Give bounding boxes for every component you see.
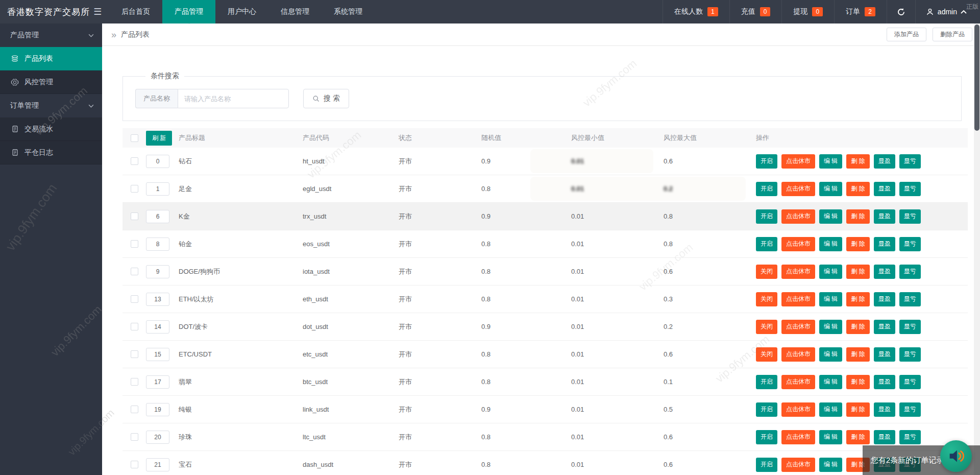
row-checkbox[interactable]	[131, 185, 138, 193]
show-loss-button[interactable]: 显亏	[899, 154, 921, 169]
nav-item[interactable]: 后台首页	[109, 0, 162, 23]
edit-button[interactable]: 编 辑	[819, 458, 842, 472]
show-profit-button[interactable]: 显盈	[874, 182, 895, 196]
edit-button[interactable]: 编 辑	[819, 237, 842, 251]
close-market-button[interactable]: 点击休市	[781, 209, 815, 224]
delete-button[interactable]: 删 除	[846, 320, 869, 334]
show-profit-button[interactable]: 显盈	[874, 347, 895, 362]
row-checkbox[interactable]	[131, 295, 138, 303]
row-checkbox[interactable]	[131, 323, 138, 330]
search-button[interactable]: 搜 索	[303, 89, 349, 108]
sort-id-input[interactable]	[146, 348, 169, 361]
nav-item[interactable]: 信息管理	[268, 0, 322, 23]
delete-button[interactable]: 删 除	[846, 292, 869, 306]
refresh-icon[interactable]	[887, 0, 915, 23]
show-profit-button[interactable]: 显盈	[874, 237, 895, 251]
delete-button[interactable]: 删 除	[846, 154, 869, 169]
toggle-market-button[interactable]: 开启	[756, 182, 777, 196]
sort-id-input[interactable]	[146, 431, 169, 444]
sidebar-item-平仓日志[interactable]: 平仓日志	[0, 141, 102, 164]
close-market-button[interactable]: 点击休市	[781, 402, 815, 417]
sort-id-input[interactable]	[146, 210, 169, 223]
edit-button[interactable]: 编 辑	[819, 402, 842, 417]
delete-button[interactable]: 删 除	[846, 209, 869, 224]
close-market-button[interactable]: 点击休市	[781, 237, 815, 251]
user-menu[interactable]: admin	[915, 0, 980, 23]
show-loss-button[interactable]: 显亏	[899, 375, 921, 389]
edit-button[interactable]: 编 辑	[819, 182, 842, 196]
stat-item[interactable]: 订单2	[834, 0, 887, 23]
show-loss-button[interactable]: 显亏	[899, 402, 921, 417]
toggle-market-button[interactable]: 关闭	[756, 265, 777, 279]
edit-button[interactable]: 编 辑	[819, 154, 842, 169]
sort-id-input[interactable]	[146, 293, 169, 306]
row-checkbox[interactable]	[131, 378, 138, 386]
show-loss-button[interactable]: 显亏	[899, 320, 921, 334]
row-checkbox[interactable]	[131, 461, 138, 468]
stat-item[interactable]: 提现0	[781, 0, 834, 23]
close-market-button[interactable]: 点击休市	[781, 320, 815, 334]
edit-button[interactable]: 编 辑	[819, 430, 842, 444]
toggle-market-button[interactable]: 开启	[756, 209, 777, 224]
close-market-button[interactable]: 点击休市	[781, 347, 815, 362]
show-profit-button[interactable]: 显盈	[874, 265, 895, 279]
sort-id-input[interactable]	[146, 238, 169, 251]
sidebar-group-产品管理[interactable]: 产品管理	[0, 23, 102, 47]
sort-id-input[interactable]	[146, 182, 169, 196]
sort-id-input[interactable]	[146, 265, 169, 278]
delete-button[interactable]: 删 除	[846, 182, 869, 196]
delete-button[interactable]: 删 除	[846, 402, 869, 417]
scrollbar-thumb[interactable]	[974, 25, 979, 131]
toggle-market-button[interactable]: 开启	[756, 458, 777, 472]
nav-item[interactable]: 产品管理	[162, 0, 215, 23]
select-all-checkbox[interactable]	[131, 134, 138, 142]
page-scrollbar[interactable]	[974, 23, 980, 475]
notification-speaker-button[interactable]	[940, 440, 972, 472]
row-checkbox[interactable]	[131, 406, 138, 413]
toggle-market-button[interactable]: 关闭	[756, 347, 777, 362]
product-name-input[interactable]	[178, 89, 289, 108]
delete-button[interactable]: 删 除	[846, 347, 869, 362]
row-checkbox[interactable]	[131, 268, 138, 275]
close-market-button[interactable]: 点击休市	[781, 182, 815, 196]
sidebar-item-风控管理[interactable]: 风控管理	[0, 70, 102, 94]
show-profit-button[interactable]: 显盈	[874, 154, 895, 169]
delete-button[interactable]: 删 除	[846, 265, 869, 279]
edit-button[interactable]: 编 辑	[819, 292, 842, 306]
sidebar-group-订单管理[interactable]: 订单管理	[0, 94, 102, 117]
toggle-market-button[interactable]: 开启	[756, 154, 777, 169]
delete-button[interactable]: 删 除	[846, 430, 869, 444]
toggle-market-button[interactable]: 开启	[756, 430, 777, 444]
edit-button[interactable]: 编 辑	[819, 375, 842, 389]
row-checkbox[interactable]	[131, 212, 138, 220]
toggle-market-button[interactable]: 关闭	[756, 320, 777, 334]
show-profit-button[interactable]: 显盈	[874, 292, 895, 306]
sidebar-item-交易流水[interactable]: 交易流水	[0, 117, 102, 141]
sort-id-input[interactable]	[146, 155, 169, 168]
close-market-button[interactable]: 点击休市	[781, 458, 815, 472]
nav-item[interactable]: 用户中心	[215, 0, 268, 23]
sidebar-item-产品列表[interactable]: 产品列表	[0, 47, 102, 70]
show-profit-button[interactable]: 显盈	[874, 320, 895, 334]
nav-item[interactable]: 系统管理	[322, 0, 375, 23]
show-loss-button[interactable]: 显亏	[899, 347, 921, 362]
show-loss-button[interactable]: 显亏	[899, 209, 921, 224]
show-loss-button[interactable]: 显亏	[899, 182, 921, 196]
close-market-button[interactable]: 点击休市	[781, 430, 815, 444]
sort-id-input[interactable]	[146, 458, 169, 471]
edit-button[interactable]: 编 辑	[819, 209, 842, 224]
show-loss-button[interactable]: 显亏	[899, 237, 921, 251]
close-market-button[interactable]: 点击休市	[781, 154, 815, 169]
close-market-button[interactable]: 点击休市	[781, 375, 815, 389]
sort-id-input[interactable]	[146, 320, 169, 334]
sort-id-input[interactable]	[146, 375, 169, 389]
menu-toggle-icon[interactable]: ☰	[86, 0, 109, 23]
show-loss-button[interactable]: 显亏	[899, 430, 921, 444]
edit-button[interactable]: 编 辑	[819, 265, 842, 279]
toggle-market-button[interactable]: 开启	[756, 237, 777, 251]
stat-item[interactable]: 充值0	[729, 0, 782, 23]
edit-button[interactable]: 编 辑	[819, 347, 842, 362]
row-checkbox[interactable]	[131, 157, 138, 165]
toggle-market-button[interactable]: 开启	[756, 375, 777, 389]
row-checkbox[interactable]	[131, 433, 138, 441]
